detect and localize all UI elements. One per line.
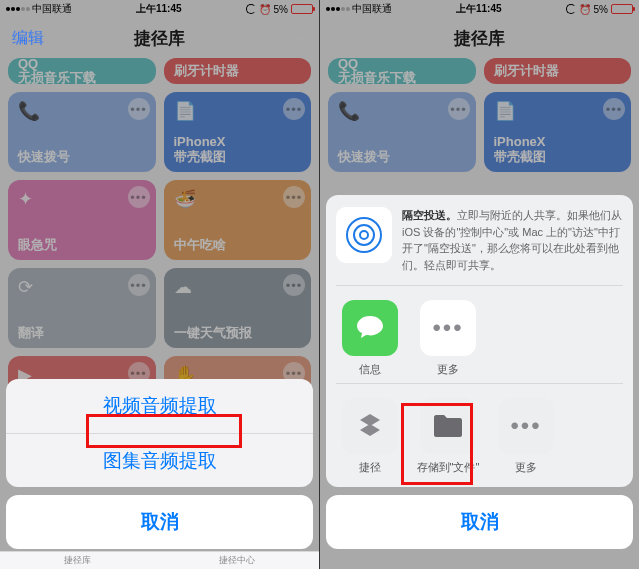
share-sheet: 隔空投送。立即与附近的人共享。如果他们从 iOS 设备的"控制中心"或 Mac … bbox=[326, 195, 633, 549]
action-sheet: 视频音频提取 图集音频提取 取消 bbox=[6, 379, 313, 549]
share-messages[interactable]: 信息 bbox=[336, 300, 404, 377]
share-more-actions[interactable]: ••• 更多 bbox=[492, 398, 560, 475]
folder-icon bbox=[420, 398, 476, 454]
tab-bar: 捷径库 捷径中心 bbox=[0, 551, 319, 569]
airdrop-icon[interactable] bbox=[336, 207, 392, 263]
phone-left: 中国联通 上午11:45 ⏰ 5% 编辑 捷径库 + QQ无损音乐下载 刷牙计时… bbox=[0, 0, 319, 569]
airdrop-text: 隔空投送。立即与附近的人共享。如果他们从 iOS 设备的"控制中心"或 Mac … bbox=[402, 207, 623, 273]
phone-right: 中国联通 上午11:45 ⏰ 5% 捷径库 QQ无损音乐下载 刷牙计时器 •••… bbox=[320, 0, 639, 569]
sheet-video-audio-extract[interactable]: 视频音频提取 bbox=[6, 379, 313, 433]
add-button[interactable]: + bbox=[293, 24, 307, 52]
share-row-apps: 信息 ••• 更多 bbox=[336, 286, 623, 384]
tab-center[interactable]: 捷径中心 bbox=[219, 554, 255, 567]
share-save-to-files[interactable]: 存储到"文件" bbox=[414, 398, 482, 475]
sheet-cancel[interactable]: 取消 bbox=[6, 495, 313, 549]
share-cancel[interactable]: 取消 bbox=[326, 495, 633, 549]
edit-button[interactable]: 编辑 bbox=[12, 28, 44, 49]
share-row-actions: 捷径 存储到"文件" ••• 更多 bbox=[336, 384, 623, 481]
share-more-apps[interactable]: ••• 更多 bbox=[414, 300, 482, 377]
messages-icon bbox=[342, 300, 398, 356]
sheet-gallery-audio-extract[interactable]: 图集音频提取 bbox=[6, 433, 313, 487]
more-icon: ••• bbox=[420, 300, 476, 356]
more-icon: ••• bbox=[498, 398, 554, 454]
shortcuts-icon bbox=[342, 398, 398, 454]
tab-library[interactable]: 捷径库 bbox=[64, 554, 91, 567]
share-shortcuts[interactable]: 捷径 bbox=[336, 398, 404, 475]
